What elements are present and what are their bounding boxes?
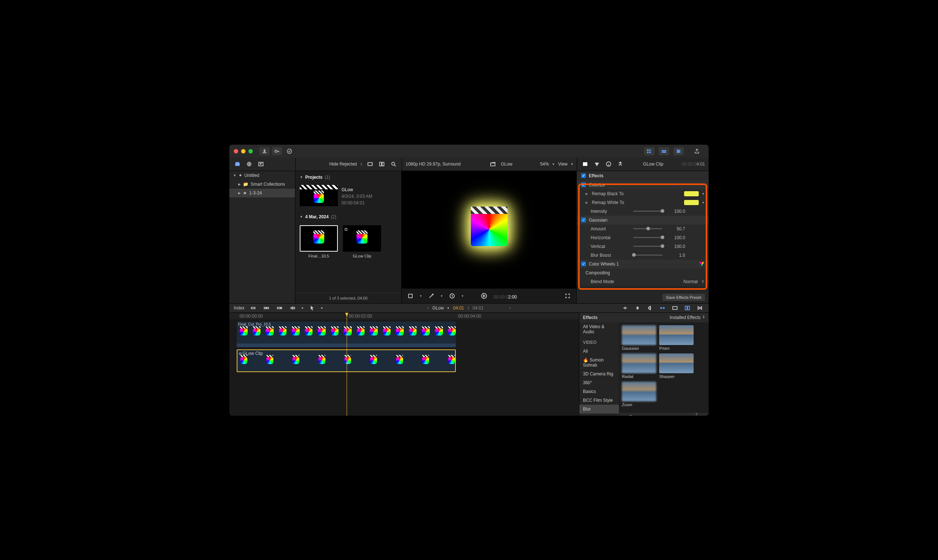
param-value[interactable]: 100.0 [668, 209, 685, 214]
installed-effects-header[interactable]: Installed Effects ⇳ [619, 313, 709, 322]
connect-button[interactable] [249, 304, 257, 312]
timeline-tracks[interactable]: 00:00:00:00 00:00:02:00 00:00:04:00 Fina… [229, 313, 579, 416]
clip-item[interactable]: Final…10.5 [300, 225, 338, 258]
chevron-down-icon[interactable]: ▾ [321, 306, 323, 310]
minimize-window-button[interactable] [241, 149, 245, 154]
audio-skimming-icon[interactable] [633, 304, 642, 312]
sidebar-item-library[interactable]: ▼ ✦ Untitled [229, 171, 295, 180]
effects-category[interactable]: 360° [579, 378, 619, 387]
chevron-down-icon[interactable]: ▾ [302, 306, 303, 310]
param-value[interactable]: 50.7 [668, 226, 685, 231]
param-value[interactable]: 1.0 [668, 253, 685, 258]
zoom-level[interactable]: 54% [540, 162, 549, 167]
save-effects-preset-button[interactable]: Save Effects Preset [662, 294, 705, 301]
project-item[interactable]: GLow 4/3/24, 3:03 AM 00:00:04:01 [295, 183, 401, 211]
video-inspector-icon[interactable] [581, 160, 590, 168]
history-back-icon[interactable]: ‹ [427, 305, 429, 311]
timeline-clip-connected[interactable]: ⧉ GLow Clip [237, 349, 456, 372]
effects-category[interactable]: Basics [579, 387, 619, 396]
horizontal-slider[interactable] [633, 237, 662, 238]
view-menu[interactable]: View [558, 162, 568, 167]
share-inspector-icon[interactable] [616, 160, 625, 168]
timeline-ruler[interactable]: 00:00:00:00 00:00:02:00 00:00:04:00 [229, 313, 579, 319]
fullscreen-icon[interactable] [563, 292, 572, 300]
chevron-updown-icon[interactable]: ⇳ [701, 280, 704, 283]
background-tasks-button[interactable] [284, 147, 294, 155]
chevron-down-icon[interactable]: ▾ [702, 201, 704, 205]
amount-slider[interactable] [633, 228, 662, 229]
param-value[interactable]: 100.0 [668, 244, 685, 249]
share-button[interactable] [692, 147, 702, 155]
effect-item[interactable]: Zoom [622, 382, 656, 407]
hide-rejected-label[interactable]: Hide Rejected [330, 162, 357, 167]
timeline-clip-primary[interactable]: Final_Cut_Pro_10.5 [237, 322, 456, 347]
overwrite-button[interactable] [288, 304, 297, 312]
disclosure-icon[interactable]: ▶ [585, 192, 588, 195]
effects-category[interactable]: BCC Film Style [579, 396, 619, 405]
viewer-timecode[interactable]: 00:00:02:00 [494, 292, 517, 300]
blend-value[interactable]: Normal [683, 279, 698, 284]
colorize-header[interactable]: ✓ Colorize [577, 180, 709, 189]
append-button[interactable] [275, 304, 284, 312]
param-value[interactable]: 100.0 [668, 235, 685, 240]
disclosure-icon[interactable]: ▼ [300, 215, 303, 218]
filmstrip-view-icon[interactable] [366, 160, 374, 168]
photos-sidebar-icon[interactable] [245, 160, 254, 168]
play-button[interactable] [480, 292, 488, 300]
effects-category[interactable]: Bounce Pop-Up [579, 414, 619, 416]
library-icon[interactable] [233, 160, 242, 168]
colorwheels-checkbox[interactable]: ✓ [581, 262, 586, 266]
sidebar-item-event[interactable]: ▶ ★ 1-3-24 [229, 189, 295, 197]
solo-icon[interactable] [645, 304, 655, 312]
disclosure-icon[interactable]: ▶ [585, 201, 588, 205]
color-swatch[interactable] [684, 191, 699, 196]
disclosure-icon[interactable]: ▶ [238, 182, 241, 186]
disclosure-icon[interactable]: ▶ [238, 191, 241, 195]
transform-tool-icon[interactable] [406, 292, 415, 300]
chevron-down-icon[interactable]: ▾ [447, 306, 449, 310]
clip-appearance-icon[interactable] [670, 304, 679, 312]
transitions-browser-icon[interactable] [695, 304, 704, 312]
colorwheel-icon[interactable] [699, 262, 704, 266]
info-inspector-icon[interactable] [604, 160, 613, 168]
colorwheels-header[interactable]: ✓ Color Wheels 1 [577, 260, 709, 268]
playhead[interactable] [347, 313, 347, 416]
list-view-icon[interactable] [377, 160, 386, 168]
effect-item[interactable]: Prism [659, 325, 694, 351]
chevron-down-icon[interactable]: ▾ [702, 192, 704, 195]
clip-item[interactable]: ⧉ GLow Clip [343, 225, 381, 258]
insert-button[interactable] [262, 304, 271, 312]
import-button[interactable] [259, 147, 270, 155]
color-inspector-icon[interactable] [593, 160, 601, 168]
chevron-down-icon[interactable]: ▾ [441, 294, 443, 298]
history-forward-icon[interactable]: › [509, 305, 511, 311]
effects-search-input[interactable] [637, 415, 692, 416]
arrow-tool-icon[interactable] [308, 304, 317, 312]
skimming-icon[interactable] [621, 304, 630, 312]
effects-category[interactable]: 🔥 Sumon Sohrab [579, 355, 619, 369]
close-window-button[interactable] [234, 149, 238, 154]
gaussian-checkbox[interactable]: ✓ [581, 218, 586, 222]
disclosure-icon[interactable]: ▼ [233, 174, 236, 177]
search-icon[interactable] [389, 160, 398, 168]
browser-layout-button[interactable] [644, 147, 655, 155]
effect-item[interactable]: Gaussian [622, 325, 656, 351]
viewport[interactable] [402, 171, 576, 289]
sidebar-item-smart[interactable]: ▶ 📁 Smart Collections [229, 180, 295, 189]
color-swatch[interactable] [684, 200, 699, 205]
effects-category[interactable]: 3D Camera Rig [579, 369, 619, 378]
index-button[interactable]: Index [234, 305, 244, 311]
colorize-checkbox[interactable]: ✓ [581, 182, 586, 187]
titles-sidebar-icon[interactable] [256, 160, 265, 168]
chevron-down-icon[interactable]: ▾ [462, 294, 464, 298]
inspector-layout-button[interactable] [673, 147, 684, 155]
enhance-tool-icon[interactable] [427, 292, 436, 300]
effects-category[interactable]: All [579, 347, 619, 355]
snapping-icon[interactable] [658, 304, 667, 312]
effects-category-selected[interactable]: Blur [579, 405, 619, 414]
retime-tool-icon[interactable] [448, 292, 456, 300]
effects-browser-icon[interactable] [683, 304, 692, 312]
timeline-layout-button[interactable] [659, 147, 669, 155]
effects-checkbox[interactable]: ✓ [581, 173, 586, 178]
boost-slider[interactable] [633, 255, 662, 255]
